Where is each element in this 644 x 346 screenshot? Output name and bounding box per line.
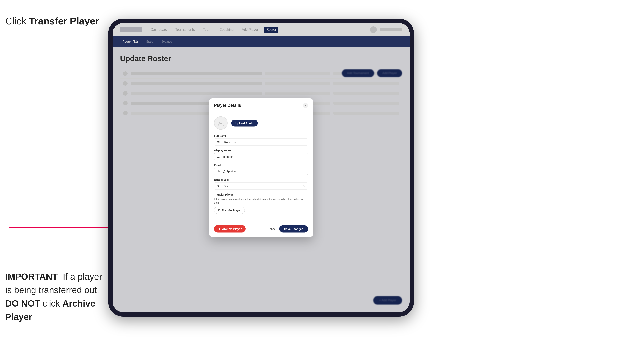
transfer-player-button[interactable]: ⟳ Transfer Player bbox=[214, 207, 245, 214]
school-year-select[interactable]: Sixth Year Fifth Year Fourth Year Third … bbox=[214, 182, 308, 190]
display-name-label: Display Name bbox=[214, 149, 308, 152]
modal-header: Player Details × bbox=[209, 98, 313, 112]
instruction-do-not: DO NOT bbox=[5, 299, 40, 308]
modal-body: Upload Photo Full Name Display Name Emai… bbox=[209, 112, 313, 222]
instruction-bold-transfer: Transfer Player bbox=[29, 16, 99, 26]
full-name-group: Full Name bbox=[214, 134, 308, 146]
instruction-important: IMPORTANT bbox=[5, 272, 58, 282]
modal-close-button[interactable]: × bbox=[303, 103, 308, 108]
svg-point-2 bbox=[220, 121, 222, 124]
instruction-bottom: IMPORTANT: If a player is being transfer… bbox=[5, 270, 102, 324]
full-name-label: Full Name bbox=[214, 134, 308, 137]
display-name-group: Display Name bbox=[214, 149, 308, 160]
tablet-device: Dashboard Tournaments Team Coaching Add … bbox=[108, 19, 414, 317]
archive-btn-label: Archive Player bbox=[222, 227, 242, 230]
archive-icon: ⬇ bbox=[218, 227, 221, 231]
player-details-modal: Player Details × Upload Photo bbox=[209, 98, 313, 237]
avatar-placeholder bbox=[214, 116, 228, 130]
email-label: Email bbox=[214, 164, 308, 167]
instruction-top: Click Transfer Player bbox=[5, 15, 99, 27]
save-changes-button[interactable]: Save Changes bbox=[279, 225, 308, 232]
cancel-button[interactable]: Cancel bbox=[268, 227, 276, 230]
photo-upload-row: Upload Photo bbox=[214, 116, 308, 130]
school-year-label: School Year bbox=[214, 178, 308, 181]
email-group: Email bbox=[214, 164, 308, 175]
transfer-player-label: Transfer Player bbox=[214, 193, 308, 196]
school-year-group: School Year Sixth Year Fifth Year Fourth… bbox=[214, 178, 308, 190]
transfer-player-section: Transfer Player If this player has moved… bbox=[214, 193, 308, 214]
archive-player-button[interactable]: ⬇ Archive Player bbox=[214, 225, 246, 233]
tablet-screen: Dashboard Tournaments Team Coaching Add … bbox=[113, 23, 410, 312]
transfer-player-description: If this player has moved to another scho… bbox=[214, 197, 308, 204]
upload-photo-button[interactable]: Upload Photo bbox=[231, 120, 258, 127]
full-name-input[interactable] bbox=[214, 138, 308, 146]
modal-footer: ⬇ Archive Player Cancel Save Changes bbox=[209, 222, 313, 237]
transfer-btn-label: Transfer Player bbox=[222, 209, 241, 212]
transfer-icon: ⟳ bbox=[218, 208, 220, 212]
display-name-input[interactable] bbox=[214, 153, 308, 160]
email-input[interactable] bbox=[214, 168, 308, 175]
annotation-vertical-line bbox=[9, 30, 9, 227]
modal-title: Player Details bbox=[214, 103, 241, 108]
